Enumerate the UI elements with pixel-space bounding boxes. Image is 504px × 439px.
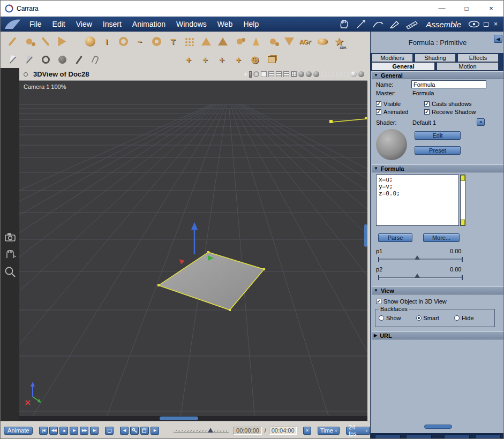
cloud-primitive-icon[interactable] [232, 34, 247, 49]
collapse-tray-icon[interactable] [484, 22, 488, 27]
spray-tool-icon[interactable] [5, 34, 20, 49]
formula-scrollbar[interactable] [460, 175, 465, 226]
menu-file[interactable]: File [24, 17, 47, 32]
tray-h-scrollbar[interactable] [371, 421, 504, 433]
link-tool-icon[interactable] [88, 52, 103, 67]
preview-quality-high-icon[interactable] [351, 71, 357, 77]
tray-tab-effects[interactable] [475, 434, 501, 439]
pan-move-icon[interactable]: + [244, 72, 247, 77]
menu-edit[interactable]: Edit [47, 17, 71, 32]
pen-tool-icon[interactable] [388, 19, 401, 29]
timeline-x-button[interactable]: × [303, 427, 311, 435]
curve-pen-icon[interactable] [372, 19, 385, 29]
shading-mode-textured-icon[interactable] [313, 71, 319, 77]
zoom-magnifier-icon[interactable] [4, 266, 17, 278]
receive-shadow-checkbox[interactable]: ✓ Receive Shadow [424, 109, 476, 115]
tab-shading[interactable]: Shading [415, 54, 456, 62]
name-input[interactable] [411, 80, 486, 88]
menu-view[interactable]: View [71, 17, 97, 32]
play-button[interactable]: ▶ [70, 427, 78, 435]
menu-animation[interactable]: Animation [127, 17, 171, 32]
backfaces-smart-radio[interactable]: Smart [416, 315, 439, 321]
next-key-button[interactable]: ▶ [151, 427, 159, 435]
tab-motion[interactable]: Motion [437, 62, 499, 71]
orbit-view-icon-1[interactable] [321, 71, 327, 77]
fountain-primitive-icon[interactable] [282, 34, 297, 49]
prev-key-button[interactable]: ◀ [120, 427, 129, 435]
shader-preview-sphere[interactable] [376, 129, 407, 160]
geosphere-primitive-icon[interactable] [116, 34, 131, 49]
tray-tab-properties[interactable] [444, 434, 470, 439]
general-section-header[interactable]: ▼ General [372, 71, 503, 79]
formula-section-header[interactable]: ▼ Formula [372, 164, 503, 172]
formula-scroll-top-handle[interactable] [461, 175, 465, 181]
p1-slider-thumb[interactable] [415, 255, 420, 260]
translate-z-gizmo-icon[interactable]: + [214, 52, 229, 67]
viewport-canvas[interactable]: Camera 1 100% [19, 81, 367, 421]
view-section-header[interactable]: ▼ View [372, 286, 503, 294]
sdk-star-icon[interactable]: ★SDK [332, 34, 347, 49]
close-button[interactable]: × [479, 1, 503, 16]
jump-end-button[interactable]: ▶| [90, 427, 99, 435]
wedge-tool-icon[interactable] [55, 34, 70, 49]
wire-display-icon-2[interactable] [276, 71, 282, 77]
rotate-tool-icon[interactable] [38, 52, 53, 67]
terrain-primitive-icon[interactable] [199, 34, 214, 49]
render-camera-icon[interactable] [4, 231, 17, 242]
orbit-view-icon-4[interactable] [343, 71, 349, 77]
spline-primitive-icon[interactable]: ~ [132, 34, 147, 49]
particles-primitive-icon[interactable] [182, 34, 197, 49]
formula-code-editor[interactable]: x=u; y=v; z=0.0; [376, 175, 459, 226]
end-time-field[interactable]: 00:04:00 [269, 427, 297, 435]
pan-hand-icon[interactable] [4, 248, 17, 260]
stop-button[interactable]: ■ [59, 427, 68, 435]
universal-manipulator-icon[interactable]: ⊕ [247, 52, 262, 67]
tray-collapse-button[interactable]: ◀ [494, 35, 502, 43]
preset-shader-button[interactable]: Preset [415, 146, 461, 155]
menu-insert[interactable]: Insert [97, 17, 127, 32]
casts-shadows-checkbox[interactable]: ✓ Casts shadows [424, 101, 472, 107]
viewport-v-scroll-thumb[interactable] [364, 224, 367, 247]
parse-button[interactable]: Parse [378, 233, 412, 242]
eye-icon[interactable] [468, 20, 480, 28]
translate-y-gizmo-icon[interactable]: + [198, 52, 213, 67]
current-time-field[interactable]: 00:00:00 [234, 427, 262, 435]
wire-display-icon-1[interactable] [268, 71, 274, 77]
sphere-primitive-icon[interactable] [82, 34, 97, 49]
agr-primitive-icon[interactable]: AGr» [298, 34, 313, 49]
glove-hand-icon[interactable] [337, 19, 351, 29]
p2-slider-thumb[interactable] [415, 274, 420, 278]
text-primitive-icon[interactable]: T [166, 34, 180, 49]
tab-modifiers[interactable]: Modifiers [372, 54, 413, 62]
formula-scroll-bottom-handle[interactable] [461, 220, 465, 225]
time-mode-dropdown[interactable]: Time» [318, 427, 340, 435]
translate-x-gizmo-icon[interactable]: + [181, 52, 196, 67]
viewport-v-scrollbar[interactable] [364, 81, 367, 421]
tray-tab-sequencer[interactable] [406, 434, 432, 439]
preview-quality-low-icon[interactable] [358, 71, 364, 77]
select-arrow-tool-icon[interactable] [5, 52, 20, 67]
loop-toggle-button[interactable] [105, 427, 114, 435]
dolly-slider-icon[interactable] [249, 71, 252, 78]
animate-toggle-button[interactable]: Animate [4, 427, 33, 435]
push-hand-tool-icon[interactable] [21, 34, 36, 49]
solid-display-icon[interactable] [261, 71, 267, 77]
shading-mode-flat-icon[interactable] [298, 71, 304, 77]
viewport-options-dot[interactable] [24, 72, 28, 77]
tab-general[interactable]: General [372, 62, 435, 71]
eyedropper-tool-icon[interactable] [71, 52, 86, 67]
tab-effects[interactable]: Effects [457, 54, 499, 62]
shading-mode-gouraud-icon[interactable] [306, 71, 312, 77]
scale-gizmo-icon[interactable]: + [231, 52, 246, 67]
fps-dropdown[interactable]: 24 fps» [346, 427, 370, 435]
jump-start-button[interactable]: |◀ [39, 427, 48, 435]
more-button[interactable]: More... [423, 233, 460, 242]
orbit-view-icon-3[interactable] [336, 71, 342, 77]
orbit-tool-icon[interactable] [55, 52, 70, 67]
torus-primitive-icon[interactable] [149, 34, 164, 49]
fire-primitive-icon[interactable] [249, 34, 264, 49]
rewind-button[interactable]: ◀◀ [49, 427, 58, 435]
lasso-select-tool-icon[interactable] [21, 52, 36, 67]
viewport-h-scroll-thumb[interactable] [160, 417, 198, 420]
lathe-primitive-icon[interactable]: I [99, 34, 114, 49]
